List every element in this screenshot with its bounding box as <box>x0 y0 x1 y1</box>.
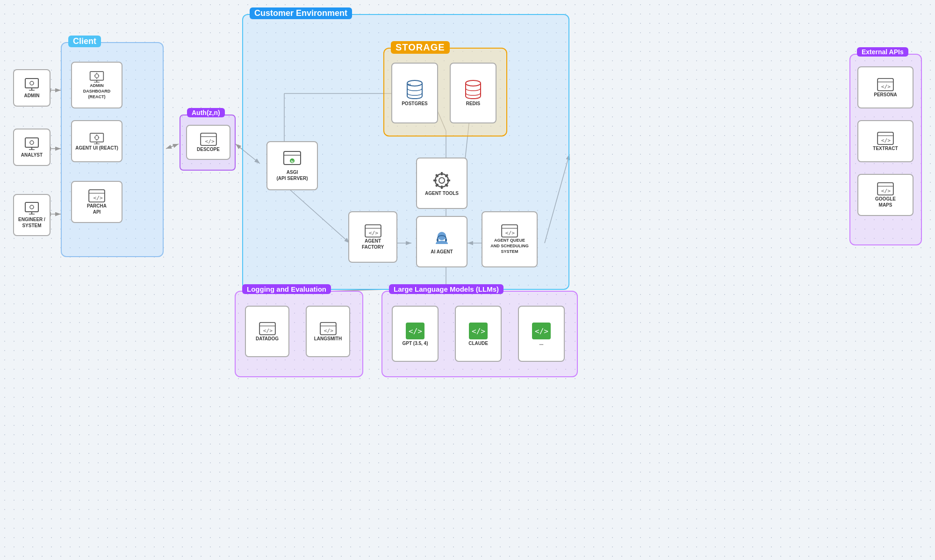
google-maps-component: </> GOOGLE MAPS <box>857 174 913 216</box>
auth-label: Auth(z,n) <box>187 108 225 117</box>
engineer-label: ENGINEER / SYSTEM <box>18 216 45 229</box>
analyst-icon <box>24 137 39 152</box>
gpt-label: GPT (3.5, 4) <box>402 340 428 346</box>
svg-text:</>: </> <box>505 230 515 237</box>
svg-line-7 <box>166 144 179 149</box>
logging-section: Logging and Evaluation </> DATADOG </> L… <box>235 291 363 377</box>
google-maps-label: GOOGLE MAPS <box>875 196 896 208</box>
claude-icon: </> <box>468 322 489 340</box>
textract-label: TEXTRACT <box>873 145 898 151</box>
svg-text:</>: </> <box>368 230 378 236</box>
persona-icon: </> <box>877 78 894 92</box>
langsmith-component: </> LANGSMITH <box>306 306 350 357</box>
gpt-component: </> GPT (3.5, 4) <box>392 306 439 362</box>
agent-queue-icon: </> <box>501 224 518 238</box>
svg-rect-77 <box>437 238 439 242</box>
ai-agent-label: AI AGENT <box>431 249 453 255</box>
ellipsis-component: </> ... <box>518 306 565 362</box>
svg-text:</>: </> <box>881 84 891 90</box>
diagram: Client ADMIN DASHBOARD (REACT) <box>0 0 935 560</box>
redis-component: REDIS <box>450 63 496 123</box>
svg-text:</>: </> <box>472 327 485 336</box>
gear-icon <box>432 171 452 190</box>
postgres-icon: N <box>406 79 424 101</box>
claude-label: CLAUDE <box>468 340 488 346</box>
svg-text:</>: </> <box>881 137 891 144</box>
redis-icon <box>464 79 482 101</box>
admin-user-component: ADMIN <box>13 69 50 107</box>
svg-rect-65 <box>441 172 443 175</box>
gpt-icon: </> <box>405 322 425 340</box>
descope-icon: </> <box>200 132 217 146</box>
agent-ui-component: AGENT UI (REACT) <box>71 120 122 162</box>
svg-rect-45 <box>25 138 38 147</box>
monitor-icon <box>89 70 104 83</box>
svg-text:</>: </> <box>324 328 333 334</box>
external-apis-label: External APIs <box>857 47 908 57</box>
llms-label: Large Language Models (LLMs) <box>389 284 503 294</box>
asgi-component: N ASGI (API SERVER) <box>266 141 318 190</box>
postgres-component: N POSTGRES <box>391 63 438 123</box>
agent-factory-icon: </> <box>364 224 382 238</box>
parcha-api-component: </> PARCHA API <box>71 181 122 223</box>
agent-tools-label: AGENT TOOLS <box>425 190 459 196</box>
storage-section: STORAGE N POSTGRES <box>383 48 507 136</box>
svg-rect-67 <box>433 179 437 181</box>
svg-text:</>: </> <box>535 327 548 336</box>
textract-component: </> TEXTRACT <box>857 120 913 162</box>
svg-text:</>: </> <box>205 138 215 144</box>
svg-point-64 <box>439 178 445 183</box>
admin-icon <box>24 78 39 93</box>
redis-label: REDIS <box>466 101 481 107</box>
llms-section: Large Language Models (LLMs) </> GPT (3.… <box>381 291 578 377</box>
agent-ui-label: AGENT UI (REACT) <box>75 145 118 151</box>
asgi-icon: N <box>283 151 302 169</box>
svg-point-58 <box>466 80 481 86</box>
svg-text:N: N <box>291 159 294 164</box>
agent-factory-component: </> AGENT FACTORY <box>348 211 397 263</box>
customer-env-label: Customer Environment <box>250 7 352 19</box>
storage-label: STORAGE <box>391 41 450 54</box>
descope-component: </> DESCOPE <box>186 125 230 160</box>
auth-section: Auth(z,n) </> DESCOPE <box>180 115 236 171</box>
claude-component: </> CLAUDE <box>455 306 502 362</box>
google-maps-icon: </> <box>877 182 894 196</box>
analyst-user-component: ANALYST <box>13 129 50 166</box>
monitor-icon2 <box>89 132 104 145</box>
datadog-icon: </> <box>259 322 276 336</box>
customer-section: Customer Environment STORAGE N POSTGRES <box>242 14 569 290</box>
ellipsis-label: ... <box>539 340 543 346</box>
svg-point-44 <box>30 81 34 85</box>
langsmith-icon: </> <box>319 322 337 336</box>
client-section: Client ADMIN DASHBOARD (REACT) <box>61 42 164 257</box>
svg-text:</>: </> <box>881 188 891 194</box>
svg-text:N: N <box>408 83 411 87</box>
datadog-component: </> DATADOG <box>245 306 289 357</box>
parcha-api-label: PARCHA API <box>87 203 107 215</box>
admin-dashboard-component: ADMIN DASHBOARD (REACT) <box>71 62 122 108</box>
admin-dashboard-label: ADMIN DASHBOARD (REACT) <box>83 83 111 100</box>
descope-label: DESCOPE <box>197 146 220 152</box>
svg-point-48 <box>30 141 34 144</box>
agent-tools-component: AGENT TOOLS <box>416 158 468 209</box>
ellipsis-icon: </> <box>531 322 552 340</box>
langsmith-label: LANGSMITH <box>314 336 342 342</box>
datadog-label: DATADOG <box>256 336 279 342</box>
engineer-icon <box>24 201 39 216</box>
svg-text:</>: </> <box>409 327 422 336</box>
client-label: Client <box>68 36 101 47</box>
logging-label: Logging and Evaluation <box>242 284 331 294</box>
admin-label: ADMIN <box>24 93 40 99</box>
code-icon: </> <box>88 189 106 203</box>
analyst-label: ANALYST <box>21 152 43 158</box>
textract-icon: </> <box>877 131 894 145</box>
svg-rect-68 <box>447 179 450 181</box>
persona-component: </> PERSONA <box>857 66 913 108</box>
persona-label: PERSONA <box>874 92 897 98</box>
agent-factory-label: AGENT FACTORY <box>362 238 384 250</box>
asgi-label: ASGI (API SERVER) <box>276 169 308 181</box>
postgres-label: POSTGRES <box>402 101 428 107</box>
ai-agent-icon <box>432 229 452 249</box>
agent-queue-component: </> AGENT QUEUE AND SCHEDULING SYSTEM <box>482 211 538 267</box>
svg-rect-41 <box>25 79 38 88</box>
